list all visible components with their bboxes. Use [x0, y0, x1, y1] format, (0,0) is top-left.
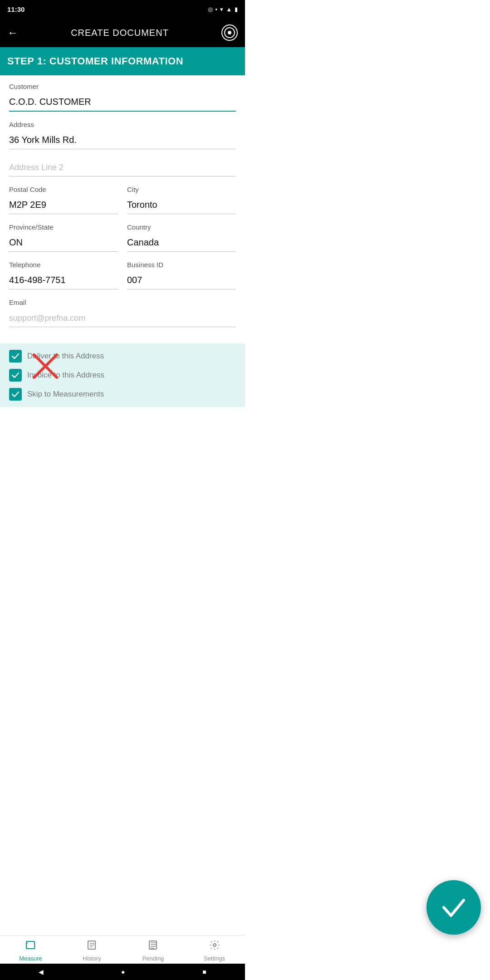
status-bar: 11:30 ◎ ▪ ▾ ▲ ▮	[0, 0, 245, 18]
city-field-group: City	[127, 186, 236, 214]
postal-code-label: Postal Code	[9, 186, 118, 193]
customer-field-group: Customer	[9, 83, 236, 112]
form-area: Customer Address Postal Code City	[0, 75, 245, 343]
country-field-group: Country	[127, 223, 236, 252]
skip-checkbox[interactable]	[9, 388, 22, 401]
business-id-input[interactable]	[127, 271, 236, 289]
skip-checkbox-row[interactable]: Skip to Measurements	[9, 388, 236, 401]
sd-icon: ▪	[216, 6, 218, 13]
province-country-row: Province/State Country	[9, 223, 236, 261]
top-bar: ← CREATE DOCUMENT	[0, 18, 245, 47]
email-input[interactable]	[9, 309, 236, 327]
address-field-group: Address	[9, 121, 236, 149]
step-header: STEP 1: CUSTOMER INFORMATION	[0, 47, 245, 75]
skip-label: Skip to Measurements	[27, 390, 104, 399]
email-label: Email	[9, 299, 236, 306]
postal-code-input[interactable]	[9, 196, 118, 214]
x-overlay	[27, 348, 64, 384]
back-button[interactable]: ←	[7, 26, 18, 39]
check-icon-2	[11, 371, 20, 379]
invoice-checkbox[interactable]	[9, 369, 22, 382]
wifi-icon: ▾	[220, 6, 223, 13]
country-input[interactable]	[127, 234, 236, 252]
telephone-input[interactable]	[9, 271, 118, 289]
target-icon-button[interactable]	[221, 24, 238, 41]
address-input[interactable]	[9, 131, 236, 149]
address2-field-group	[9, 158, 236, 176]
address-label: Address	[9, 121, 236, 128]
signal-icon: ▲	[226, 6, 232, 13]
telephone-label: Telephone	[9, 261, 118, 269]
battery-icon: ▮	[235, 6, 238, 13]
province-label: Province/State	[9, 223, 118, 231]
status-time: 11:30	[7, 5, 24, 13]
city-label: City	[127, 186, 236, 193]
email-field-group: Email	[9, 299, 236, 327]
province-field-group: Province/State	[9, 223, 118, 252]
check-icon-3	[11, 390, 20, 398]
x-icon	[29, 350, 61, 382]
page-title: CREATE DOCUMENT	[71, 28, 169, 38]
status-icons: ◎ ▪ ▾ ▲ ▮	[208, 6, 238, 13]
customer-label: Customer	[9, 83, 236, 90]
telephone-field-group: Telephone	[9, 261, 118, 289]
deliver-checkbox[interactable]	[9, 350, 22, 363]
customer-input[interactable]	[9, 93, 236, 112]
checkbox-section: Deliver to this Address Invoice to this …	[0, 343, 245, 407]
business-id-label: Business ID	[127, 261, 236, 269]
address2-input[interactable]	[9, 158, 236, 176]
postal-city-row: Postal Code City	[9, 186, 236, 223]
country-label: Country	[127, 223, 236, 231]
step-header-text: STEP 1: CUSTOMER INFORMATION	[7, 55, 183, 67]
business-id-field-group: Business ID	[127, 261, 236, 289]
notification-icon: ◎	[208, 6, 213, 13]
province-input[interactable]	[9, 234, 118, 252]
city-input[interactable]	[127, 196, 236, 214]
check-icon	[11, 352, 20, 360]
phone-business-row: Telephone Business ID	[9, 261, 236, 299]
postal-code-field-group: Postal Code	[9, 186, 118, 214]
